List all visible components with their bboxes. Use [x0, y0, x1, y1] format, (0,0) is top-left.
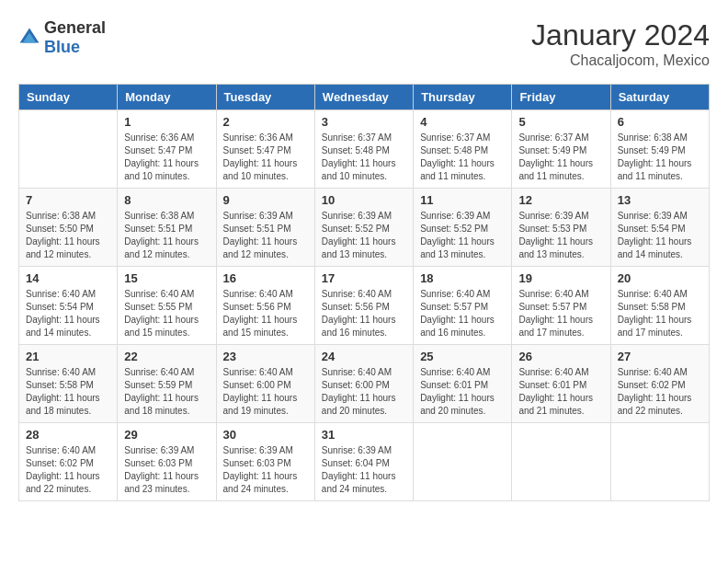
header-cell-wednesday: Wednesday — [314, 85, 413, 110]
cell-info: Sunrise: 6:40 AMSunset: 5:58 PMDaylight:… — [618, 288, 702, 339]
header-cell-monday: Monday — [118, 85, 216, 110]
day-number: 8 — [124, 193, 209, 207]
cell-info: Sunrise: 6:40 AMSunset: 5:58 PMDaylight:… — [26, 366, 110, 418]
day-number: 30 — [223, 428, 308, 442]
day-number: 12 — [518, 193, 603, 207]
calendar-cell: 30Sunrise: 6:39 AMSunset: 6:03 PMDayligh… — [216, 423, 314, 501]
day-number: 15 — [124, 271, 209, 285]
cell-info: Sunrise: 6:40 AMSunset: 5:57 PMDaylight:… — [420, 288, 505, 339]
header-row: SundayMondayTuesdayWednesdayThursdayFrid… — [19, 85, 710, 110]
calendar-cell: 12Sunrise: 6:39 AMSunset: 5:53 PMDayligh… — [512, 189, 610, 267]
header-cell-tuesday: Tuesday — [216, 85, 314, 110]
calendar-cell: 31Sunrise: 6:39 AMSunset: 6:04 PMDayligh… — [314, 423, 413, 501]
day-number: 29 — [124, 428, 209, 442]
calendar-cell: 18Sunrise: 6:40 AMSunset: 5:57 PMDayligh… — [414, 267, 512, 345]
month-title: January 2024 — [531, 18, 710, 52]
calendar-table: SundayMondayTuesdayWednesdayThursdayFrid… — [18, 84, 710, 501]
calendar-header: SundayMondayTuesdayWednesdayThursdayFrid… — [19, 85, 710, 110]
day-number: 22 — [124, 350, 209, 363]
cell-info: Sunrise: 6:37 AMSunset: 5:48 PMDaylight:… — [322, 132, 406, 183]
logo-general: General — [44, 18, 106, 37]
logo-text: General Blue — [44, 18, 106, 57]
week-row-2: 7Sunrise: 6:38 AMSunset: 5:50 PMDaylight… — [19, 189, 710, 267]
calendar-cell — [512, 423, 610, 501]
calendar-cell: 2Sunrise: 6:36 AMSunset: 5:47 PMDaylight… — [216, 110, 314, 189]
day-number: 14 — [26, 271, 110, 285]
calendar-cell: 11Sunrise: 6:39 AMSunset: 5:52 PMDayligh… — [414, 189, 512, 267]
calendar-body: 1Sunrise: 6:36 AMSunset: 5:47 PMDaylight… — [19, 110, 710, 501]
day-number: 1 — [124, 115, 209, 129]
day-number: 20 — [618, 271, 702, 285]
calendar-cell: 3Sunrise: 6:37 AMSunset: 5:48 PMDaylight… — [314, 110, 413, 189]
cell-info: Sunrise: 6:39 AMSunset: 5:52 PMDaylight:… — [420, 210, 505, 261]
header-cell-friday: Friday — [512, 85, 610, 110]
cell-info: Sunrise: 6:40 AMSunset: 6:00 PMDaylight:… — [223, 366, 308, 418]
week-row-5: 28Sunrise: 6:40 AMSunset: 6:02 PMDayligh… — [19, 423, 710, 501]
day-number: 17 — [322, 271, 406, 285]
day-number: 24 — [322, 350, 406, 363]
day-number: 16 — [223, 271, 308, 285]
day-number: 2 — [223, 115, 308, 129]
day-number: 28 — [26, 428, 110, 442]
day-number: 21 — [26, 350, 110, 363]
logo-blue: Blue — [44, 38, 80, 56]
day-number: 6 — [618, 115, 702, 129]
cell-info: Sunrise: 6:39 AMSunset: 6:04 PMDaylight:… — [322, 444, 406, 496]
calendar-cell: 14Sunrise: 6:40 AMSunset: 5:54 PMDayligh… — [19, 267, 118, 345]
calendar-cell: 4Sunrise: 6:37 AMSunset: 5:48 PMDaylight… — [414, 110, 512, 189]
cell-info: Sunrise: 6:40 AMSunset: 5:54 PMDaylight:… — [26, 288, 110, 339]
calendar-cell: 1Sunrise: 6:36 AMSunset: 5:47 PMDaylight… — [118, 110, 216, 189]
cell-info: Sunrise: 6:39 AMSunset: 5:51 PMDaylight:… — [223, 210, 308, 261]
header-cell-saturday: Saturday — [610, 85, 709, 110]
cell-info: Sunrise: 6:39 AMSunset: 5:53 PMDaylight:… — [518, 210, 603, 261]
week-row-3: 14Sunrise: 6:40 AMSunset: 5:54 PMDayligh… — [19, 267, 710, 345]
calendar-cell: 21Sunrise: 6:40 AMSunset: 5:58 PMDayligh… — [19, 345, 118, 423]
cell-info: Sunrise: 6:40 AMSunset: 6:02 PMDaylight:… — [26, 444, 110, 496]
cell-info: Sunrise: 6:39 AMSunset: 6:03 PMDaylight:… — [223, 444, 308, 496]
calendar-cell: 25Sunrise: 6:40 AMSunset: 6:01 PMDayligh… — [414, 345, 512, 423]
day-number: 4 — [420, 115, 505, 129]
week-row-4: 21Sunrise: 6:40 AMSunset: 5:58 PMDayligh… — [19, 345, 710, 423]
calendar-cell: 22Sunrise: 6:40 AMSunset: 5:59 PMDayligh… — [118, 345, 216, 423]
calendar-cell — [414, 423, 512, 501]
header-cell-thursday: Thursday — [414, 85, 512, 110]
calendar-cell: 24Sunrise: 6:40 AMSunset: 6:00 PMDayligh… — [314, 345, 413, 423]
cell-info: Sunrise: 6:40 AMSunset: 5:56 PMDaylight:… — [322, 288, 406, 339]
day-number: 19 — [518, 271, 603, 285]
day-number: 7 — [26, 193, 110, 207]
page-header: General Blue January 2024 Chacaljocom, M… — [18, 18, 710, 69]
cell-info: Sunrise: 6:40 AMSunset: 6:01 PMDaylight:… — [518, 366, 603, 418]
week-row-1: 1Sunrise: 6:36 AMSunset: 5:47 PMDaylight… — [19, 110, 710, 189]
calendar-cell: 5Sunrise: 6:37 AMSunset: 5:49 PMDaylight… — [512, 110, 610, 189]
cell-info: Sunrise: 6:38 AMSunset: 5:49 PMDaylight:… — [618, 132, 702, 183]
calendar-cell: 26Sunrise: 6:40 AMSunset: 6:01 PMDayligh… — [512, 345, 610, 423]
day-number: 26 — [518, 350, 603, 363]
cell-info: Sunrise: 6:39 AMSunset: 6:03 PMDaylight:… — [124, 444, 209, 496]
header-cell-sunday: Sunday — [19, 85, 118, 110]
cell-info: Sunrise: 6:39 AMSunset: 5:52 PMDaylight:… — [322, 210, 406, 261]
calendar-cell: 20Sunrise: 6:40 AMSunset: 5:58 PMDayligh… — [610, 267, 709, 345]
day-number: 9 — [223, 193, 308, 207]
calendar-cell: 23Sunrise: 6:40 AMSunset: 6:00 PMDayligh… — [216, 345, 314, 423]
title-block: January 2024 Chacaljocom, Mexico — [531, 18, 710, 69]
calendar-cell: 9Sunrise: 6:39 AMSunset: 5:51 PMDaylight… — [216, 189, 314, 267]
calendar-cell: 16Sunrise: 6:40 AMSunset: 5:56 PMDayligh… — [216, 267, 314, 345]
cell-info: Sunrise: 6:40 AMSunset: 5:59 PMDaylight:… — [124, 366, 209, 418]
day-number: 10 — [322, 193, 406, 207]
cell-info: Sunrise: 6:38 AMSunset: 5:51 PMDaylight:… — [124, 210, 209, 261]
cell-info: Sunrise: 6:36 AMSunset: 5:47 PMDaylight:… — [223, 132, 308, 183]
cell-info: Sunrise: 6:37 AMSunset: 5:48 PMDaylight:… — [420, 132, 505, 183]
cell-info: Sunrise: 6:40 AMSunset: 6:00 PMDaylight:… — [322, 366, 406, 418]
calendar-cell: 10Sunrise: 6:39 AMSunset: 5:52 PMDayligh… — [314, 189, 413, 267]
cell-info: Sunrise: 6:40 AMSunset: 6:02 PMDaylight:… — [618, 366, 702, 418]
cell-info: Sunrise: 6:40 AMSunset: 5:56 PMDaylight:… — [223, 288, 308, 339]
calendar-cell — [610, 423, 709, 501]
logo: General Blue — [18, 18, 106, 57]
cell-info: Sunrise: 6:39 AMSunset: 5:54 PMDaylight:… — [618, 210, 702, 261]
logo-icon — [18, 27, 40, 49]
cell-info: Sunrise: 6:40 AMSunset: 5:55 PMDaylight:… — [124, 288, 209, 339]
cell-info: Sunrise: 6:38 AMSunset: 5:50 PMDaylight:… — [26, 210, 110, 261]
calendar-cell: 13Sunrise: 6:39 AMSunset: 5:54 PMDayligh… — [610, 189, 709, 267]
day-number: 5 — [518, 115, 603, 129]
day-number: 23 — [223, 350, 308, 363]
